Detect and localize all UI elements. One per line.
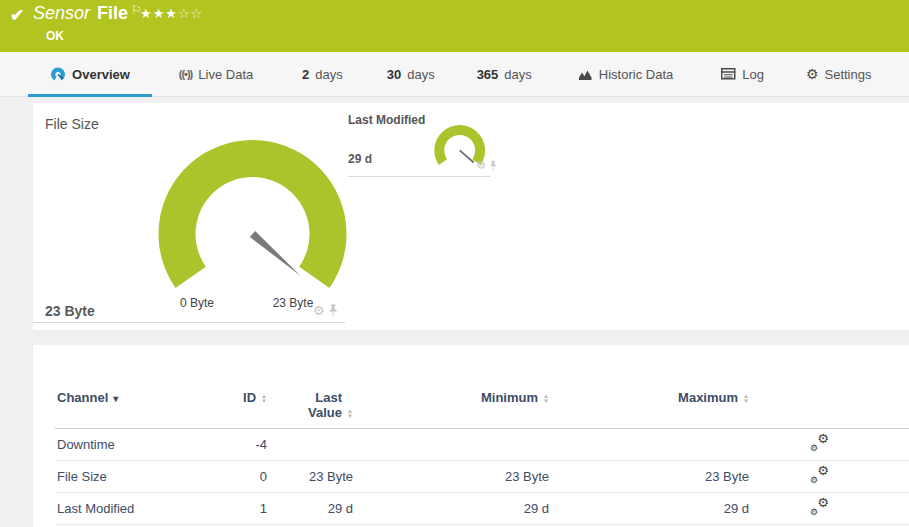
status-check-icon: ✔ <box>10 5 24 26</box>
gauge-tools: ⚙ <box>313 304 338 317</box>
gauge-tools: ⚙ <box>476 160 497 171</box>
tab-label: Historic Data <box>599 67 673 82</box>
cell-actions: ⚙⚙ <box>757 428 837 460</box>
channel-table: Channel▾ ID▲▼ Last Value▲▼ Minimum▲▼ Max… <box>55 345 909 525</box>
table-row[interactable]: Last Modified 1 29 d 29 d 29 d ⚙⚙ <box>55 492 909 524</box>
gauge-settings-gear-icon[interactable]: ⚙ <box>476 160 486 171</box>
tab-2-days[interactable]: 2 days <box>302 52 343 96</box>
sort-icon: ▲▼ <box>347 409 353 419</box>
column-header-channel[interactable]: Channel▾ <box>55 345 215 428</box>
cell-channel: Downtime <box>55 428 215 460</box>
column-header-spacer <box>837 345 909 428</box>
historic-data-icon <box>578 68 593 81</box>
sensor-name: File <box>97 3 128 23</box>
cell-last-value: 29 d <box>275 492 361 524</box>
tab-settings[interactable]: ⚙ Settings <box>806 52 872 96</box>
file-size-gauge-chart <box>33 103 353 322</box>
tab-number: 2 <box>302 67 309 82</box>
table-row[interactable]: Downtime -4 ⚙⚙ <box>55 428 909 460</box>
tab-label: Live Data <box>198 67 253 82</box>
cell-channel: Last Modified <box>55 492 215 524</box>
tab-log[interactable]: Log <box>721 52 764 96</box>
column-header-minimum[interactable]: Minimum▲▼ <box>361 345 557 428</box>
channel-settings-icon[interactable]: ⚙⚙ <box>810 434 829 451</box>
cell-id: -4 <box>215 428 275 460</box>
table-row[interactable]: File Size 0 23 Byte 23 Byte 23 Byte ⚙⚙ <box>55 460 909 492</box>
gauge-value: 29 d <box>348 152 372 166</box>
gauge-value: 23 Byte <box>45 303 95 319</box>
cell-minimum: 23 Byte <box>361 460 557 492</box>
tab-label: days <box>407 67 434 82</box>
column-header-actions <box>757 345 837 428</box>
gauge-file-size: File Size 0 Byte 23 Byte 23 Byte ⚙ <box>33 103 345 330</box>
tab-number: 365 <box>477 67 499 82</box>
channel-table-panel: Channel▾ ID▲▼ Last Value▲▼ Minimum▲▼ Max… <box>33 345 909 527</box>
cell-spacer <box>837 460 909 492</box>
settings-gear-icon: ⚙ <box>806 67 819 81</box>
cell-last-value <box>275 428 361 460</box>
cell-maximum: 29 d <box>557 492 757 524</box>
stars-filled: ★★★ <box>140 6 178 21</box>
tab-30-days[interactable]: 30 days <box>387 52 435 96</box>
tab-overview[interactable]: Overview <box>28 52 152 96</box>
sort-icon: ▲▼ <box>743 394 749 404</box>
pin-icon[interactable] <box>328 304 338 317</box>
gauge-separator <box>348 176 490 177</box>
tab-historic-data[interactable]: Historic Data <box>578 52 673 96</box>
cell-id: 0 <box>215 460 275 492</box>
column-header-id[interactable]: ID▲▼ <box>215 345 275 428</box>
cell-actions: ⚙⚙ <box>757 492 837 524</box>
tab-365-days[interactable]: 365 days <box>477 52 532 96</box>
sensor-title: SensorFile⚐ <box>33 3 142 24</box>
cell-last-value: 23 Byte <box>275 460 361 492</box>
cell-id: 1 <box>215 492 275 524</box>
tab-label: days <box>504 67 531 82</box>
cell-spacer <box>837 492 909 524</box>
column-header-maximum[interactable]: Maximum▲▼ <box>557 345 757 428</box>
priority-stars[interactable]: ★★★☆☆ <box>140 6 203 21</box>
cell-maximum: 23 Byte <box>557 460 757 492</box>
cell-maximum <box>557 428 757 460</box>
channel-settings-icon[interactable]: ⚙⚙ <box>810 466 829 483</box>
gauge-min-label: 0 Byte <box>162 296 232 310</box>
tab-number: 30 <box>387 67 401 82</box>
cell-minimum: 29 d <box>361 492 557 524</box>
tab-label: Overview <box>72 67 130 82</box>
tab-label: Settings <box>825 67 872 82</box>
cell-minimum <box>361 428 557 460</box>
sensor-header: ✔ SensorFile⚐ ★★★☆☆ OK <box>0 0 909 52</box>
gauge-separator <box>33 322 345 323</box>
status-badge: OK <box>46 29 64 43</box>
log-icon <box>721 68 736 80</box>
gauge-last-modified: Last Modified 29 d ⚙ <box>348 103 498 183</box>
cell-actions: ⚙⚙ <box>757 460 837 492</box>
cell-channel: File Size <box>55 460 215 492</box>
channel-settings-icon[interactable]: ⚙⚙ <box>810 498 829 515</box>
tab-label: Log <box>742 67 764 82</box>
pin-icon[interactable] <box>489 160 497 171</box>
gauges-panel: File Size 0 Byte 23 Byte 23 Byte ⚙ Last … <box>33 103 909 330</box>
tab-bar: Overview ((•)) Live Data 2 days 30 days … <box>0 52 909 97</box>
caret-down-icon: ▾ <box>113 393 118 404</box>
table-header-row: Channel▾ ID▲▼ Last Value▲▼ Minimum▲▼ Max… <box>55 345 909 428</box>
tab-live-data[interactable]: ((•)) Live Data <box>166 52 266 96</box>
sort-icon: ▲▼ <box>543 394 549 404</box>
gauge-settings-gear-icon[interactable]: ⚙ <box>313 304 325 317</box>
sensor-type-label: Sensor <box>33 3 90 23</box>
last-modified-gauge-chart <box>348 103 498 183</box>
sort-icon: ▲▼ <box>261 394 267 404</box>
cell-spacer <box>837 428 909 460</box>
stars-empty: ☆☆ <box>178 6 203 21</box>
gauge-icon <box>50 66 66 82</box>
tab-label: days <box>315 67 342 82</box>
column-header-last-value[interactable]: Last Value▲▼ <box>275 345 361 428</box>
broadcast-icon: ((•)) <box>179 68 193 80</box>
